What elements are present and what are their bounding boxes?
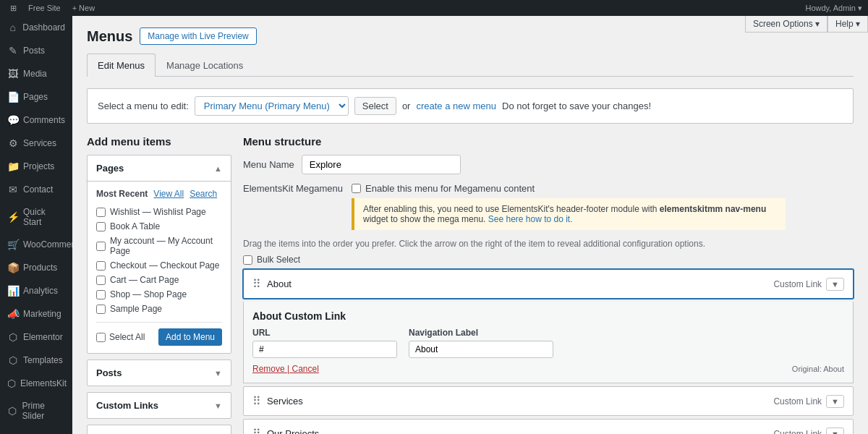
- sidebar-item-projects[interactable]: 📁 Projects: [0, 155, 72, 178]
- admin-bar-wp[interactable]: ⊞: [6, 2, 21, 14]
- tab-manage-locations[interactable]: Manage Locations: [156, 54, 254, 77]
- sidebar-item-media[interactable]: 🖼 Media: [0, 62, 72, 85]
- menu-item-services[interactable]: ⠿ Services Custom Link ▼: [243, 386, 854, 416]
- drag-handle-services[interactable]: ⠿: [252, 394, 261, 408]
- menu-select[interactable]: Primary Menu (Primary Menu): [195, 96, 349, 116]
- about-navlabel-input[interactable]: [409, 341, 553, 358]
- pages-tab-search[interactable]: Search: [190, 189, 217, 199]
- right-panel: Menu structure Menu Name ElementsKit Meg…: [243, 135, 854, 434]
- help-button[interactable]: Help ▾: [827, 16, 868, 33]
- page-label-3: Checkout — Checkout Page: [110, 260, 219, 271]
- sidebar-label-products: Products: [23, 263, 57, 273]
- sidebar-item-happyaddons[interactable]: ⬡ HappyAddons: [0, 427, 72, 434]
- select-button[interactable]: Select: [354, 97, 396, 115]
- sidebar-item-templates[interactable]: ⬡ Templates: [0, 349, 72, 372]
- megamenu-see-how-link[interactable]: See here how to do it.: [488, 214, 573, 224]
- about-remove-link[interactable]: Remove | Cancel: [252, 364, 319, 374]
- left-panel: Add menu items Pages ▲ Most Recent View …: [87, 135, 231, 434]
- sidebar-label-comments: Comments: [23, 115, 65, 125]
- menu-item-projects-toggle[interactable]: ▼: [826, 427, 844, 435]
- admin-bar-items: ⊞ Free Site + New: [6, 2, 99, 14]
- screen-options-button[interactable]: Screen Options ▾: [745, 16, 827, 33]
- about-url-input[interactable]: [252, 341, 397, 358]
- sidebar-item-posts[interactable]: ✎ Posts: [0, 39, 72, 62]
- bulk-select-top-checkbox[interactable]: [243, 255, 252, 265]
- sidebar-item-analytics[interactable]: 📊 Analytics: [0, 279, 72, 302]
- page-checkbox-1[interactable]: [96, 222, 106, 231]
- megamenu-row: ElementsKit Megamenu Enable this menu fo…: [243, 183, 854, 230]
- products-icon: 📦: [7, 262, 19, 273]
- sidebar-item-pages[interactable]: 📄 Pages: [0, 85, 72, 109]
- page-checkbox-5[interactable]: [96, 290, 106, 299]
- page-item-5: Shop — Shop Page: [96, 287, 222, 302]
- quickstart-icon: ⚡: [7, 211, 19, 223]
- page-item-0: Wishlist — Wishlist Page: [96, 205, 222, 219]
- sidebar-label-posts: Posts: [23, 46, 45, 56]
- menu-item-about-left: ⠿ About: [252, 277, 292, 291]
- select-all-checkbox[interactable]: [96, 333, 106, 342]
- megamenu-label: ElementsKit Megamenu: [243, 183, 344, 194]
- sidebar-item-contact[interactable]: ✉ Contact: [0, 178, 72, 201]
- page-item-6: Sample Page: [96, 302, 222, 316]
- drag-hint: Drag the items into the order you prefer…: [243, 239, 854, 249]
- tab-edit-menus[interactable]: Edit Menus: [87, 54, 156, 77]
- pages-accordion-header[interactable]: Pages ▲: [88, 156, 231, 181]
- page-label-2: My account — My Account Page: [110, 236, 222, 256]
- admin-bar-site[interactable]: Free Site: [24, 2, 65, 14]
- posts-accordion-header[interactable]: Posts ▼: [88, 360, 231, 386]
- page-checkbox-4[interactable]: [96, 276, 106, 285]
- sidebar-label-contact: Contact: [23, 184, 53, 195]
- sidebar-item-dashboard[interactable]: ⌂ Dashboard: [0, 16, 72, 39]
- menu-item-about[interactable]: ⠿ About Custom Link ▼: [243, 269, 854, 299]
- page-checkbox-2[interactable]: [96, 242, 106, 251]
- pages-tabs: Most Recent View All Search: [96, 189, 222, 199]
- menu-name-label: Menu Name: [243, 159, 294, 170]
- menu-name-input[interactable]: [302, 155, 461, 174]
- create-new-menu-link[interactable]: create a new menu: [416, 101, 496, 111]
- admin-bar-new[interactable]: + New: [68, 2, 100, 14]
- admin-bar-user[interactable]: Howdy, Admin ▾: [805, 4, 862, 13]
- pages-icon: 📄: [7, 91, 19, 103]
- sidebar-label-elementor: Elementor: [23, 332, 63, 342]
- menu-item-services-toggle[interactable]: ▼: [826, 395, 844, 408]
- menu-structure-title: Menu structure: [243, 135, 854, 148]
- page-item-4: Cart — Cart Page: [96, 273, 222, 287]
- woocommerce-icon: 🛒: [7, 239, 19, 250]
- sidebar-item-services[interactable]: ⚙ Services: [0, 132, 72, 155]
- sidebar-item-products[interactable]: 📦 Products: [0, 256, 72, 279]
- sidebar-item-primeslider[interactable]: ⬡ Prime Slider: [0, 395, 72, 427]
- live-preview-button[interactable]: Manage with Live Preview: [140, 27, 256, 45]
- add-to-menu-button[interactable]: Add to Menu: [158, 328, 222, 346]
- page-label-4: Cart — Cart Page: [110, 275, 179, 285]
- page-checkbox-0[interactable]: [96, 208, 106, 217]
- categories-accordion: Categories ▼: [87, 425, 231, 434]
- media-icon: 🖼: [7, 68, 19, 80]
- menu-item-projects-left: ⠿ Our Projects: [252, 427, 319, 434]
- pages-tab-viewall[interactable]: View All: [153, 189, 184, 199]
- page-checkbox-3[interactable]: [96, 261, 106, 271]
- page-checkbox-6[interactable]: [96, 305, 106, 314]
- sidebar-item-elementor[interactable]: ⬡ Elementor: [0, 326, 72, 349]
- sidebar-label-pages: Pages: [23, 92, 48, 102]
- add-menu-items-title: Add menu items: [87, 135, 231, 148]
- sidebar-item-comments[interactable]: 💬 Comments: [0, 109, 72, 132]
- pages-tab-recent[interactable]: Most Recent: [96, 189, 148, 199]
- custom-links-accordion-header[interactable]: Custom Links ▼: [88, 393, 231, 418]
- menu-item-about-toggle[interactable]: ▼: [826, 278, 844, 291]
- drag-handle-about[interactable]: ⠿: [252, 277, 261, 291]
- sidebar-item-quickstart[interactable]: ⚡ Quick Start: [0, 201, 72, 233]
- menu-item-services-left: ⠿ Services: [252, 394, 303, 408]
- drag-handle-projects[interactable]: ⠿: [252, 427, 261, 434]
- sidebar-item-elementskit[interactable]: ⬡ ElementsKit: [0, 372, 72, 395]
- sidebar-label-marketing: Marketing: [23, 309, 61, 319]
- admin-bar-right: Howdy, Admin ▾: [805, 4, 862, 13]
- menu-item-about-right: Custom Link ▼: [773, 278, 844, 291]
- menu-item-projects-type: Custom Link: [773, 429, 822, 435]
- categories-accordion-header[interactable]: Categories ▼: [88, 425, 231, 434]
- menu-item-projects[interactable]: ⠿ Our Projects Custom Link ▼: [243, 419, 854, 434]
- sidebar-item-woocommerce[interactable]: 🛒 WooCommerce: [0, 233, 72, 256]
- select-all-label: Select All: [96, 332, 145, 342]
- select-all-row: Select All Add to Menu: [96, 322, 222, 346]
- megamenu-checkbox[interactable]: [352, 184, 361, 193]
- sidebar-item-marketing[interactable]: 📣 Marketing: [0, 302, 72, 326]
